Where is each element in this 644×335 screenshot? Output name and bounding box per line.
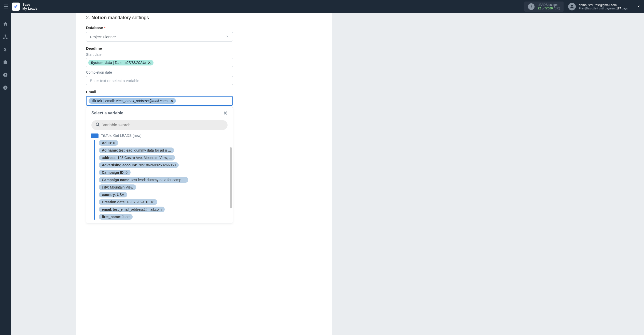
avatar-icon	[568, 3, 576, 10]
variable-option[interactable]: Creation date: 18.07.2024 13:18	[99, 199, 157, 205]
remove-token-icon[interactable]: ✕	[148, 61, 151, 65]
email-label: Email	[86, 90, 321, 94]
completion-date-label: Completion date	[86, 70, 321, 74]
variable-option[interactable]: city: Mountain View	[99, 184, 136, 190]
start-date-token: System data | Date: «07/18/2024» ✕	[88, 60, 153, 65]
main-content: 2. Notion mandatory settings Database * …	[11, 13, 644, 335]
variable-search-input[interactable]	[103, 123, 223, 127]
briefcase-icon[interactable]	[2, 59, 8, 65]
email-token: TikTok | email: «test_email_address@mail…	[89, 98, 176, 104]
remove-token-icon[interactable]: ✕	[170, 99, 173, 103]
variable-option[interactable]: email: test_email_address@mail.com	[99, 207, 165, 212]
completion-date-input[interactable]: Enter text or select a variable	[86, 76, 233, 85]
svg-text:?: ?	[4, 86, 6, 89]
app-logo-text: Save My Leads.	[22, 3, 38, 10]
dropdown-title: Select a variable	[91, 111, 123, 115]
variable-source-header[interactable]: TikTok: Get LEADS (new)	[91, 132, 228, 138]
database-group: Database * Project Planner	[86, 25, 321, 42]
variable-option[interactable]: Campaign name: test lead: dummy data for…	[99, 177, 188, 183]
svg-text:$: $	[4, 47, 7, 52]
section-title: 2. Notion mandatory settings	[86, 15, 321, 20]
svg-point-5	[5, 74, 6, 75]
plan-suffix: days	[622, 7, 628, 10]
database-select[interactable]: Project Planner	[86, 32, 233, 42]
svg-rect-1	[3, 38, 5, 39]
chevron-down-icon[interactable]	[637, 4, 640, 9]
email-group: Email TikTok | email: «test_email_addres…	[86, 90, 321, 223]
chevron-down-icon	[226, 34, 229, 39]
start-date-label: Start date	[86, 52, 321, 57]
completion-placeholder: Enter text or select a variable	[88, 78, 139, 83]
variable-search[interactable]	[91, 120, 228, 130]
variable-option[interactable]: Ad ID: 0	[99, 140, 118, 146]
settings-card: 2. Notion mandatory settings Database * …	[76, 13, 332, 335]
database-value: Project Planner	[90, 35, 116, 39]
deadline-group: Deadline Start date System data | Date: …	[86, 46, 321, 85]
variable-dropdown: Select a variable ✕ TikTok: Get LEADS (n…	[86, 107, 233, 223]
plan-days: 167	[616, 7, 621, 10]
close-icon[interactable]: ✕	[223, 110, 228, 116]
dollar-icon[interactable]: $	[2, 46, 8, 52]
scrollbar[interactable]	[230, 147, 232, 208]
variable-list: Ad ID: 0Ad name: test lead: dummy data f…	[94, 140, 228, 220]
variable-option[interactable]: Campaign ID: 0	[99, 170, 131, 175]
home-icon[interactable]	[2, 21, 8, 27]
start-date-input[interactable]: System data | Date: «07/18/2024» ✕	[86, 58, 233, 67]
source-name: TikTok: Get LEADS (new)	[101, 133, 142, 138]
sidebar: $ ?	[0, 13, 11, 335]
help-icon[interactable]: ?	[2, 85, 8, 91]
app-header: ☰ ✔ Save My Leads. i LEADS usage: 22 of …	[0, 0, 644, 13]
deadline-label: Deadline	[86, 46, 321, 50]
variable-option[interactable]: address: 123 Castro Ave. Mountain View, …	[99, 155, 175, 160]
user-email: demo_sml_test@gmail.com	[579, 3, 628, 7]
variable-option[interactable]: Advertising account: 7051862609259266050	[99, 162, 179, 168]
search-icon	[95, 122, 100, 128]
variable-option[interactable]: country: USA	[99, 192, 127, 197]
app-logo-icon[interactable]: ✔	[12, 3, 20, 11]
svg-rect-2	[6, 38, 7, 39]
usage-percent: (0%)	[554, 7, 560, 10]
variable-option[interactable]: first_name: Jane	[99, 214, 133, 220]
usage-label: LEADS usage:	[538, 3, 560, 7]
svg-point-8	[96, 123, 99, 126]
usage-of-text: of	[542, 7, 544, 10]
info-icon: i	[528, 3, 535, 10]
hamburger-menu-icon[interactable]: ☰	[4, 4, 8, 10]
sitemap-icon[interactable]	[2, 34, 8, 40]
user-menu[interactable]: demo_sml_test@gmail.com Plan |Basic| lef…	[568, 3, 640, 10]
user-circle-icon[interactable]	[2, 72, 8, 78]
plan-name: Basic	[586, 7, 593, 10]
variable-option[interactable]: Ad name: test lead: dummy data for ad n …	[99, 148, 174, 153]
email-input[interactable]: TikTok | email: «test_email_address@mail…	[86, 96, 233, 106]
svg-line-9	[98, 125, 100, 126]
svg-rect-0	[5, 35, 6, 36]
plan-mid: | left until payment	[593, 7, 615, 10]
usage-max: 5'000	[545, 7, 553, 10]
source-badge-icon	[91, 133, 99, 138]
usage-current: 22	[538, 7, 541, 10]
plan-prefix: Plan |	[579, 7, 586, 10]
database-label: Database *	[86, 25, 321, 30]
usage-indicator[interactable]: i LEADS usage: 22 of 5'000 (0%)	[524, 2, 564, 12]
